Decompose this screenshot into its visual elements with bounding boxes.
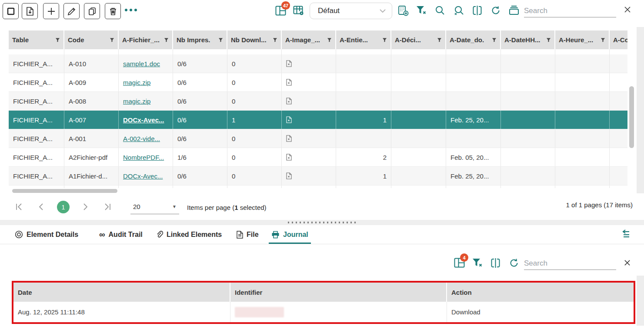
split-view-button[interactable] — [472, 5, 482, 16]
view-select[interactable]: Défaut — [310, 3, 392, 19]
search-button[interactable] — [435, 5, 445, 16]
table-row[interactable]: FICHIER_A... A1Fichier-d... DOCx-Avec...… — [9, 167, 627, 185]
grid-settings-button[interactable] — [293, 6, 304, 16]
filter-icon[interactable] — [55, 37, 60, 43]
first-page-icon — [15, 202, 23, 211]
refresh-button[interactable] — [491, 5, 501, 16]
column-header-decimal[interactable]: A-Déci... — [391, 30, 446, 49]
vertical-scrollbar[interactable] — [629, 86, 634, 148]
next-page-button[interactable] — [81, 202, 90, 213]
filter-icon[interactable] — [546, 37, 551, 43]
tab-element-details[interactable]: Element Details — [12, 225, 81, 244]
column-header-datehh[interactable]: A-DateHH... — [501, 30, 555, 49]
tab-audit-trail[interactable]: ∞ Audit Trail — [97, 225, 145, 244]
filter-icon[interactable] — [164, 37, 169, 43]
column-header-date[interactable]: A-Date_do. — [446, 30, 501, 49]
filter-x-icon — [472, 258, 483, 268]
table-row[interactable]: FICHIER_A... A-008 magic.zip 0/6 0 — [9, 92, 627, 111]
table-gear-icon — [293, 6, 304, 16]
first-page-button[interactable] — [15, 202, 23, 213]
filter-icon[interactable] — [218, 37, 223, 43]
column-header-image[interactable]: A-Image_... — [282, 30, 336, 49]
horizontal-scrollbar[interactable] — [12, 189, 117, 193]
journal-columns-badge: 4 — [460, 253, 468, 262]
table-row[interactable]: FICHIER_A... A2Fichier-pdf NombrePDF... … — [9, 148, 627, 167]
journal-refresh-button[interactable] — [509, 258, 519, 268]
filter-icon[interactable] — [110, 37, 114, 43]
refresh-icon — [509, 258, 519, 268]
file-icon — [286, 135, 292, 142]
file-link[interactable]: magic.zip — [123, 98, 150, 105]
paperclip-icon — [156, 230, 163, 239]
edit-button[interactable] — [63, 3, 80, 19]
filter-icon[interactable] — [437, 37, 442, 43]
filter-icon[interactable] — [492, 37, 497, 43]
clear-search-button[interactable] — [453, 5, 464, 16]
journal-column-action[interactable]: Action — [447, 283, 634, 302]
filter-icon[interactable] — [382, 37, 387, 43]
file-link[interactable]: DOCx-Avec... — [123, 116, 164, 124]
column-header-col[interactable]: A-Col — [610, 30, 627, 49]
file-link[interactable]: NombrePDF... — [123, 154, 164, 161]
select-button[interactable] — [3, 3, 19, 19]
filter-icon[interactable] — [601, 37, 605, 43]
import-file-button[interactable] — [22, 3, 38, 19]
column-header-impressions[interactable]: Nb Impres. — [173, 30, 227, 49]
journal-row[interactable]: Aug. 12, 2025 11:11:48 Download — [13, 302, 634, 322]
table-row[interactable]: FICHIER_A... A-001 A-002-vide... 0/6 0 — [9, 129, 627, 148]
file-link[interactable]: A-002-vide... — [123, 135, 160, 142]
infinity-icon: ∞ — [99, 230, 105, 239]
add-view-button[interactable] — [398, 5, 409, 16]
journal-column-identifier[interactable]: Identifier — [230, 283, 447, 302]
journal-search-input[interactable] — [524, 257, 616, 270]
table-row[interactable]: FICHIER_A... A-010 sample1.doc 0/6 0 — [9, 54, 627, 73]
trash-icon — [108, 7, 118, 16]
column-header-entier[interactable]: A-Entie... — [336, 30, 391, 49]
pagination-bar: 1 20 ▼ Items per page (1 selected) 1 of … — [0, 193, 644, 220]
file-icon — [286, 98, 292, 105]
column-chooser-button[interactable]: 47 — [275, 6, 286, 16]
resize-handle[interactable] — [288, 222, 357, 223]
journal-split-view-button[interactable] — [491, 258, 501, 268]
table-row[interactable]: FICHIER_A... A-009 magic.zip 0/6 0 — [9, 73, 627, 92]
filter-icon[interactable] — [273, 37, 277, 43]
journal-clear-filters-button[interactable] — [472, 258, 483, 268]
copy-button[interactable] — [84, 3, 100, 19]
caret-down-icon: ▼ — [172, 204, 177, 209]
page-size-select[interactable]: 20 ▼ — [130, 199, 179, 214]
previous-page-button[interactable] — [37, 202, 46, 213]
archive-button[interactable] — [508, 5, 520, 16]
column-header-downloads[interactable]: Nb Downl... — [227, 30, 282, 49]
collapse-panel-button[interactable] — [620, 229, 631, 239]
table-row-selected[interactable]: FICHIER_A... A-007 DOCx-Avec... 0/6 1 1 … — [9, 111, 627, 129]
file-link[interactable]: sample1.doc — [123, 60, 160, 67]
page-size-value: 20 — [133, 203, 172, 210]
search-input[interactable] — [524, 4, 616, 17]
tab-journal[interactable]: Journal — [269, 225, 311, 244]
clear-search-x-button[interactable] — [624, 6, 631, 15]
column-header-table[interactable]: Table — [9, 30, 64, 49]
printer-icon — [271, 231, 280, 239]
delete-button[interactable] — [105, 3, 121, 19]
column-header-heure[interactable]: A-Heure_... — [555, 30, 610, 49]
current-page-button[interactable]: 1 — [57, 201, 70, 213]
file-link[interactable]: DOCx-Avec... — [123, 172, 163, 180]
file-link[interactable]: magic.zip — [123, 79, 150, 86]
journal-clear-search-x-button[interactable] — [624, 259, 631, 268]
chevron-right-icon — [81, 202, 90, 211]
plus-icon — [47, 7, 56, 16]
journal-column-chooser-button[interactable]: 4 — [454, 258, 465, 268]
file-download-icon — [25, 7, 35, 16]
column-header-code[interactable]: Code — [64, 30, 119, 49]
page-scroll-track — [637, 276, 644, 326]
add-button[interactable] — [43, 3, 59, 19]
file-icon — [286, 116, 292, 123]
journal-column-date[interactable]: Date — [13, 283, 230, 302]
column-header-fichier[interactable]: A-Fichier_... — [119, 30, 173, 49]
tab-file[interactable]: File — [234, 225, 261, 244]
more-actions-button[interactable] — [125, 9, 137, 11]
clear-filters-button[interactable] — [416, 6, 427, 15]
tab-linked-elements[interactable]: Linked Elements — [153, 225, 224, 244]
last-page-button[interactable] — [103, 202, 112, 213]
filter-icon[interactable] — [327, 37, 332, 43]
